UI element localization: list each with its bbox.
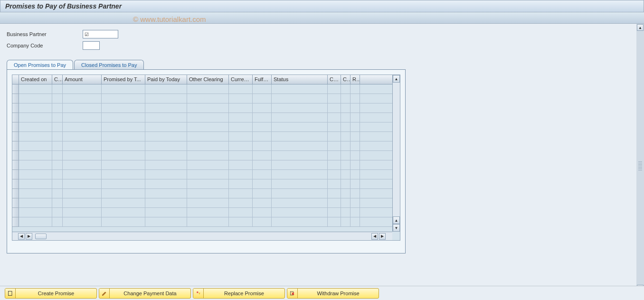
table-cell[interactable] [145, 198, 187, 207]
table-cell[interactable] [187, 113, 229, 122]
grid-select-all[interactable] [12, 75, 19, 84]
column-header[interactable]: Created on [19, 75, 52, 84]
table-cell[interactable] [272, 217, 328, 226]
table-cell[interactable] [350, 217, 360, 226]
table-cell[interactable] [229, 198, 253, 207]
table-cell[interactable] [187, 103, 229, 112]
tab-open-promises[interactable]: Open Promises to Pay [7, 60, 73, 69]
table-cell[interactable] [350, 94, 360, 103]
row-selector[interactable] [12, 84, 19, 94]
table-cell[interactable] [63, 141, 102, 150]
table-cell[interactable] [19, 122, 52, 131]
table-cell[interactable] [272, 151, 328, 160]
table-cell[interactable] [63, 84, 102, 94]
table-cell[interactable] [63, 208, 102, 217]
create-promise-button[interactable]: Create Promise [5, 288, 97, 299]
table-cell[interactable] [253, 198, 272, 207]
table-cell[interactable] [328, 160, 341, 169]
table-cell[interactable] [19, 141, 52, 150]
table-cell[interactable] [102, 170, 145, 179]
table-cell[interactable] [328, 94, 341, 103]
table-cell[interactable] [52, 189, 63, 198]
table-cell[interactable] [341, 94, 350, 103]
table-cell[interactable] [19, 198, 52, 207]
table-cell[interactable] [253, 189, 272, 198]
table-cell[interactable] [350, 103, 360, 112]
page-vertical-scrollbar[interactable]: ▲ ▲ ▼ [636, 24, 644, 299]
table-cell[interactable] [145, 84, 187, 94]
table-cell[interactable] [145, 141, 187, 150]
row-selector[interactable] [12, 208, 19, 217]
table-cell[interactable] [350, 170, 360, 179]
table-cell[interactable] [272, 84, 328, 94]
table-cell[interactable] [272, 179, 328, 188]
table-cell[interactable] [341, 141, 350, 150]
table-cell[interactable] [341, 113, 350, 122]
table-cell[interactable] [187, 141, 229, 150]
table-cell[interactable] [187, 84, 229, 94]
table-cell[interactable] [341, 151, 350, 160]
table-cell[interactable] [229, 94, 253, 103]
table-cell[interactable] [19, 160, 52, 169]
table-cell[interactable] [328, 132, 341, 141]
table-cell[interactable] [350, 189, 360, 198]
table-cell[interactable] [229, 113, 253, 122]
column-header[interactable]: Promised by T... [102, 75, 145, 84]
row-selector[interactable] [12, 189, 19, 198]
table-cell[interactable] [63, 122, 102, 131]
table-cell[interactable] [52, 113, 63, 122]
table-cell[interactable] [229, 217, 253, 226]
table-cell[interactable] [52, 94, 63, 103]
table-cell[interactable] [253, 103, 272, 112]
table-cell[interactable] [63, 151, 102, 160]
scroll-right-icon[interactable]: ▶ [26, 233, 32, 240]
row-selector[interactable] [12, 170, 19, 179]
table-cell[interactable] [272, 122, 328, 131]
table-cell[interactable] [229, 132, 253, 141]
table-cell[interactable] [19, 94, 52, 103]
table-cell[interactable] [102, 132, 145, 141]
table-cell[interactable] [145, 151, 187, 160]
table-cell[interactable] [187, 94, 229, 103]
table-cell[interactable] [328, 170, 341, 179]
table-cell[interactable] [350, 179, 360, 188]
table-cell[interactable] [328, 113, 341, 122]
table-cell[interactable] [341, 217, 350, 226]
table-cell[interactable] [52, 103, 63, 112]
table-cell[interactable] [63, 170, 102, 179]
table-cell[interactable] [145, 122, 187, 131]
table-cell[interactable] [63, 179, 102, 188]
table-cell[interactable] [187, 132, 229, 141]
table-cell[interactable] [350, 151, 360, 160]
scroll-left-icon[interactable]: ◀ [371, 233, 378, 240]
table-cell[interactable] [328, 208, 341, 217]
table-cell[interactable] [63, 189, 102, 198]
table-cell[interactable] [52, 179, 63, 188]
table-cell[interactable] [187, 217, 229, 226]
scroll-left-icon[interactable]: ◀ [18, 233, 25, 240]
grid-horizontal-scrollbar[interactable]: ◀ ▶ ◀ ▶ [12, 232, 392, 240]
table-cell[interactable] [102, 122, 145, 131]
table-cell[interactable] [52, 84, 63, 94]
table-cell[interactable] [229, 179, 253, 188]
table-cell[interactable] [52, 122, 63, 131]
table-cell[interactable] [145, 113, 187, 122]
table-cell[interactable] [145, 170, 187, 179]
table-cell[interactable] [341, 208, 350, 217]
column-header[interactable]: Paid by Today [145, 75, 187, 84]
table-cell[interactable] [229, 170, 253, 179]
tab-closed-promises[interactable]: Closed Promises to Pay [74, 60, 144, 69]
table-cell[interactable] [272, 103, 328, 112]
row-selector[interactable] [12, 160, 19, 170]
column-header[interactable]: Co... [328, 75, 341, 84]
table-cell[interactable] [253, 84, 272, 94]
table-cell[interactable] [63, 113, 102, 122]
table-cell[interactable] [229, 141, 253, 150]
table-cell[interactable] [19, 170, 52, 179]
table-cell[interactable] [272, 160, 328, 169]
row-selector[interactable] [12, 179, 19, 189]
table-cell[interactable] [145, 103, 187, 112]
table-cell[interactable] [341, 122, 350, 131]
table-cell[interactable] [272, 170, 328, 179]
table-cell[interactable] [145, 94, 187, 103]
